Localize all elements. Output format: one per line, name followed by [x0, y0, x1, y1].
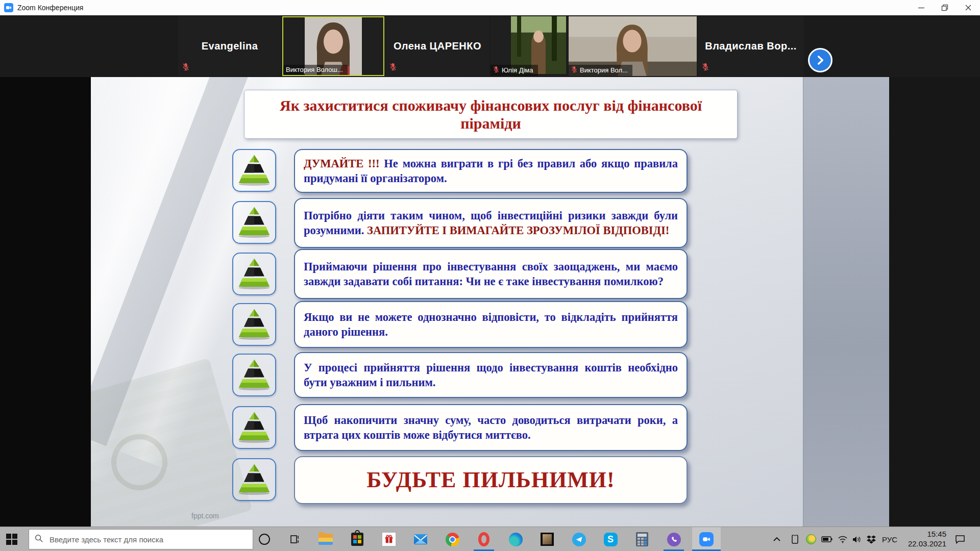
windows-taskbar: S: [0, 527, 980, 551]
edge-button[interactable]: [503, 527, 528, 551]
slide-bullet-box: У процесі прийняття рішення щодо інвесту…: [294, 352, 688, 398]
file-explorer-icon: [318, 534, 333, 545]
clock-date: 22.03.2021: [908, 539, 946, 549]
ms-store-icon: [351, 533, 363, 546]
pyramid-icon: [232, 303, 276, 346]
muted-mic-icon: [702, 63, 709, 73]
screen-share-left-margin: [0, 77, 91, 527]
participant-tile-vladislav[interactable]: Владислав Вор...: [698, 16, 804, 76]
restore-button[interactable]: [933, 0, 957, 15]
slide-decor-right-band: [803, 77, 889, 527]
participant-label: Виктория Волош...: [283, 65, 348, 75]
screen-share-right-margin: [889, 77, 980, 527]
slide-title: Як захиститися споживачу фінансових посл…: [244, 90, 738, 139]
slide-bullet-box: Якщо ви не можете однозначно відповісти,…: [294, 301, 688, 348]
participant-label-text: Виктория Волош...: [286, 66, 343, 73]
gift-app-icon: [382, 533, 396, 546]
slide-bullet-box: Приймаючи рішення про інвестування своїх…: [294, 249, 688, 299]
edge-icon: [509, 533, 523, 546]
opera-button[interactable]: [472, 527, 496, 551]
file-explorer-button[interactable]: [313, 527, 338, 551]
taskbar-clock[interactable]: 15:45 22.03.2021: [899, 529, 946, 549]
muted-mic-icon: [571, 66, 577, 74]
calculator-button[interactable]: [630, 527, 654, 551]
participants-strip: Evangelina Виктория Волош... Олена ЦАРЕН: [0, 15, 980, 77]
zoom-taskbar-button[interactable]: [694, 527, 719, 551]
viber-button[interactable]: [662, 527, 686, 551]
slide-bullet-box: ДУМАЙТЕ !!! Не можна виграти в грі без п…: [294, 149, 688, 193]
participant-tile-evangelina[interactable]: Evangelina: [178, 16, 281, 76]
bullet-text-red: ДУМАЙТЕ !!!: [304, 157, 384, 170]
pyramid-icon: [232, 406, 276, 449]
participant-name: Олена ЦАРЕНКО: [385, 16, 489, 76]
clock-time: 15:45: [927, 530, 946, 539]
window-titlebar: Zoom Конференция: [0, 0, 980, 15]
chrome-button[interactable]: [440, 527, 464, 551]
pyramid-icon: [232, 354, 276, 396]
battery-icon[interactable]: [820, 527, 834, 551]
search-input[interactable]: [48, 535, 253, 544]
bullet-text: Щоб накопичити значну суму, часто доводи…: [304, 414, 678, 441]
action-center-button[interactable]: [952, 527, 968, 551]
slide-final-box: БУДЬТЕ ПИЛЬНИМИ!: [294, 456, 688, 504]
photos-button[interactable]: [535, 527, 559, 551]
zoom-icon: [699, 532, 714, 546]
muted-mic-icon: [493, 66, 499, 74]
skype-icon: S: [604, 533, 618, 546]
language-indicator[interactable]: РУС: [880, 527, 899, 551]
cortana-button[interactable]: [252, 527, 277, 551]
ms-store-button[interactable]: [345, 527, 370, 551]
chrome-icon: [446, 533, 459, 546]
pyramid-icon: [232, 458, 276, 501]
bullet-text: Приймаючи рішення про інвестування своїх…: [304, 260, 678, 288]
participant-tile-olena[interactable]: Олена ЦАРЕНКО: [385, 16, 489, 76]
telegram-button[interactable]: [567, 527, 591, 551]
participant-name: Evangelina: [178, 16, 281, 76]
volume-icon[interactable]: [850, 527, 864, 551]
photos-icon: [541, 533, 554, 546]
slide-bullet-box: Потрібно діяти таким чином, щоб інвестиц…: [294, 198, 688, 248]
pyramid-icon: [232, 253, 276, 295]
telegram-icon: [572, 533, 586, 546]
participant-label: Виктория Вол...: [569, 65, 632, 76]
participant-tile-viktoria-video[interactable]: Виктория Вол...: [569, 16, 697, 76]
muted-mic-icon: [182, 63, 189, 73]
participant-label-text: Виктория Вол...: [580, 66, 628, 74]
pyramid-icon: [232, 201, 276, 244]
participant-tile-viktoria-active[interactable]: Виктория Волош...: [282, 16, 384, 76]
participant-label: Юлія Діма: [491, 65, 538, 76]
zoom-app-icon: [4, 3, 13, 12]
participant-tile-yulia[interactable]: Юлія Діма: [491, 16, 568, 76]
your-phone-icon[interactable]: [788, 527, 801, 551]
search-icon: [34, 534, 43, 545]
task-view-icon: [289, 533, 301, 545]
bullet-text: Якщо ви не можете однозначно відповісти,…: [304, 311, 678, 338]
close-button[interactable]: [957, 0, 980, 15]
bullet-text: У процесі прийняття рішення щодо інвесту…: [304, 361, 678, 389]
dropbox-icon[interactable]: [865, 527, 878, 551]
slide-bullet-box: Щоб накопичити значну суму, часто доводи…: [294, 404, 688, 451]
mail-button[interactable]: [408, 527, 433, 551]
wifi-icon[interactable]: [836, 527, 849, 551]
gift-app-button[interactable]: [377, 527, 401, 551]
task-view-button[interactable]: [283, 527, 307, 551]
bullet-text-red: ЗАПИТУЙТЕ І ВИМАГАЙТЕ ЗРОЗУМІЛОЇ ВІДПОВІ…: [367, 224, 669, 237]
mail-icon: [414, 534, 427, 544]
zoom-meeting-window: Zoom Конференция Evangelina: [0, 0, 980, 551]
pyramid-icon: [232, 149, 276, 192]
fppt-watermark: fppt.com: [191, 512, 219, 520]
tray-chevron-up[interactable]: [770, 527, 783, 551]
viber-icon: [667, 533, 681, 546]
minimize-button[interactable]: [910, 0, 933, 15]
shared-presentation-slide: Як захиститися споживачу фінансових посл…: [91, 77, 889, 527]
next-participants-button[interactable]: [808, 48, 832, 72]
final-text: БУДЬТЕ ПИЛЬНИМИ!: [366, 467, 615, 492]
participant-name: Владислав Вор...: [698, 16, 804, 76]
participant-label-text: Юлія Діма: [502, 66, 533, 74]
antivirus-icon[interactable]: [804, 527, 818, 551]
muted-mic-icon: [389, 63, 397, 73]
skype-button[interactable]: S: [598, 527, 623, 551]
opera-icon: [478, 532, 489, 546]
taskbar-search[interactable]: [29, 529, 253, 549]
start-button[interactable]: [6, 534, 18, 545]
